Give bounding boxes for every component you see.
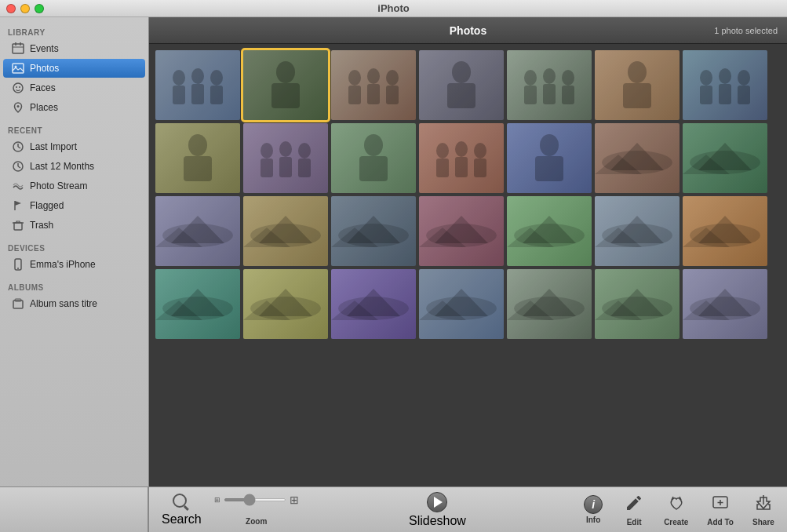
photo-cell[interactable]	[419, 196, 504, 266]
photo-grid	[149, 44, 787, 486]
zoom-slider[interactable]	[224, 498, 286, 501]
search-button[interactable]: Search	[155, 490, 208, 530]
maximize-button[interactable]	[35, 4, 44, 13]
photo-cell[interactable]	[155, 269, 240, 339]
create-button[interactable]: Create	[658, 490, 694, 530]
add-to-button[interactable]: Add To	[701, 490, 740, 530]
photo-cell[interactable]	[155, 123, 240, 193]
sidebar-item-label: Photos	[30, 63, 59, 74]
sidebar-item-label: Emma's iPhone	[30, 259, 96, 270]
photo-cell[interactable]	[155, 50, 240, 120]
photo-cell[interactable]	[683, 123, 767, 193]
slideshow-button[interactable]: Slideshow	[399, 489, 475, 531]
photo-cell[interactable]	[507, 50, 592, 120]
svg-point-51	[628, 61, 647, 83]
photo-cell[interactable]	[507, 269, 592, 339]
photo-cell[interactable]	[331, 269, 416, 339]
minimize-button[interactable]	[20, 4, 30, 13]
photo-inner	[155, 123, 240, 193]
photo-cell[interactable]	[683, 269, 767, 339]
svg-rect-65	[261, 159, 273, 177]
photo-cell[interactable]	[243, 50, 328, 120]
photo-cell[interactable]	[419, 269, 504, 339]
photo-cell[interactable]	[331, 50, 416, 120]
toolbar-left: Search ⊞ ⊞ Zoom	[155, 490, 299, 530]
sidebar-item-faces[interactable]: Faces	[3, 78, 145, 97]
svg-point-68	[298, 143, 311, 159]
svg-rect-77	[455, 157, 468, 177]
photo-inner	[419, 196, 504, 266]
window-title: iPhoto	[377, 2, 409, 14]
toolbar-center: Slideshow	[399, 489, 475, 531]
edit-button[interactable]: Edit	[617, 490, 651, 530]
photo-cell[interactable]	[243, 196, 328, 266]
close-button[interactable]	[6, 4, 16, 13]
sidebar-item-label: Last 12 Months	[30, 161, 94, 172]
recent-section-label: RECENT	[0, 122, 148, 137]
photo-inner	[243, 50, 328, 120]
sidebar-bottom	[0, 486, 148, 532]
photo-cell[interactable]	[595, 50, 680, 120]
slideshow-label: Slideshow	[409, 514, 466, 528]
svg-rect-17	[14, 223, 22, 230]
svg-rect-27	[191, 84, 204, 104]
sidebar-item-last-import[interactable]: Last Import	[3, 137, 145, 156]
photo-inner	[595, 269, 680, 339]
sidebar-content: LIBRARY Events Photos Faces	[0, 17, 148, 486]
svg-point-44	[524, 70, 537, 86]
share-button[interactable]: Share	[746, 490, 781, 530]
info-button[interactable]: i Info	[576, 492, 610, 527]
sidebar: LIBRARY Events Photos Faces	[0, 17, 149, 532]
svg-rect-4	[13, 64, 24, 73]
iphone-icon	[11, 257, 25, 271]
sidebar-item-label: Photo Stream	[30, 180, 87, 191]
devices-section-label: DEVICES	[0, 239, 148, 254]
sidebar-item-events[interactable]: Events	[3, 39, 145, 58]
albums-section-label: ALBUMS	[0, 279, 148, 293]
sidebar-item-photos[interactable]: Photos	[3, 59, 145, 78]
svg-rect-79	[474, 159, 486, 177]
photo-cell[interactable]	[595, 269, 680, 339]
photo-cell[interactable]	[683, 196, 767, 266]
photo-inner	[507, 269, 592, 339]
sidebar-item-flagged[interactable]: Flagged	[3, 196, 145, 215]
svg-line-12	[18, 147, 20, 148]
photo-inner	[331, 196, 416, 266]
zoom-icons: ⊞ ⊞ Zoom	[214, 494, 299, 526]
photo-inner	[683, 196, 767, 266]
photo-cell[interactable]	[331, 196, 416, 266]
svg-point-8	[19, 86, 20, 88]
sidebar-item-last-12-months[interactable]: Last 12 Months	[3, 157, 145, 176]
photo-cell[interactable]	[507, 123, 592, 193]
photo-cell[interactable]	[419, 50, 504, 120]
photo-cell[interactable]	[243, 269, 328, 339]
svg-point-64	[261, 143, 273, 159]
sidebar-item-photo-stream[interactable]: Photo Stream	[3, 177, 145, 195]
share-icon	[754, 494, 773, 516]
svg-point-66	[279, 141, 292, 157]
photo-inner	[595, 50, 680, 120]
sidebar-item-emmas-iphone[interactable]: Emma's iPhone	[3, 255, 145, 274]
photo-inner	[683, 269, 767, 339]
photo-cell[interactable]	[595, 123, 680, 193]
album-icon	[11, 297, 25, 311]
svg-point-28	[210, 70, 223, 86]
svg-rect-32	[271, 83, 300, 108]
photo-cell[interactable]	[419, 123, 504, 193]
sidebar-item-album-sans-titre[interactable]: Album sans titre	[3, 294, 145, 313]
photo-cell[interactable]	[243, 123, 328, 193]
zoom-slider-row: ⊞ ⊞	[214, 494, 299, 506]
photo-cell[interactable]	[155, 196, 240, 266]
photo-cell[interactable]	[683, 50, 767, 120]
content-area: Photos 1 photo selected	[149, 17, 787, 532]
sidebar-item-trash[interactable]: Trash	[3, 216, 145, 235]
edit-icon	[625, 494, 643, 516]
photo-inner	[331, 50, 416, 120]
sidebar-item-places[interactable]: Places	[3, 98, 145, 117]
svg-point-6	[13, 83, 23, 93]
main-layout: LIBRARY Events Photos Faces	[0, 17, 787, 532]
photo-cell[interactable]	[507, 196, 592, 266]
edit-label: Edit	[627, 518, 642, 527]
photo-cell[interactable]	[595, 196, 680, 266]
photo-cell[interactable]	[331, 123, 416, 193]
